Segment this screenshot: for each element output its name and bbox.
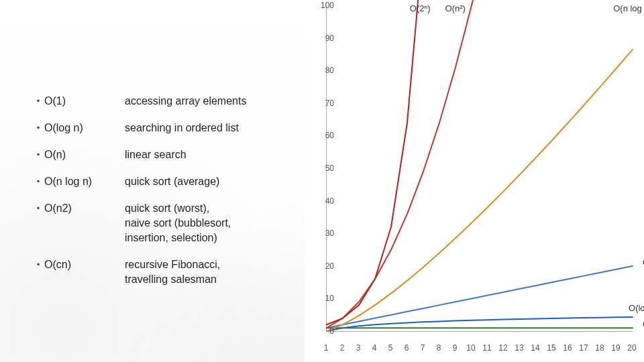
chart-svg [327,5,633,331]
list-item: • O(n2) quick sort (worst), naive sort (… [32,201,314,245]
list-item: • O(1) accessing array elements [32,94,314,109]
y-tick-label: 0 [315,326,334,336]
series-label: O(n²) [445,3,466,13]
complexity-desc: searching in ordered list [125,121,314,135]
x-tick-label: 1 [324,343,329,353]
list-item: • O(cn) recursive Fibonacci, travelling … [32,257,314,287]
complexity-desc: linear search [125,147,314,162]
series-label: O(2ⁿ) [410,3,431,13]
complexity-label: O(n2) [44,201,125,216]
chart-plot-area [326,5,633,332]
x-tick-label: 19 [611,343,620,353]
x-tick-label: 6 [405,343,409,353]
x-tick-label: 16 [563,343,572,353]
x-tick-label: 3 [356,343,361,353]
x-tick-label: 20 [627,343,636,353]
complexity-desc: quick sort (worst), naive sort (bubbleso… [125,201,314,245]
series-label: O(n log n) [613,3,644,13]
x-tick-label: 13 [515,343,523,353]
list-item: • O(n log n) quick sort (average) [32,174,314,189]
bullet-icon: • [32,121,44,135]
complexity-label: O(cn) [44,257,125,272]
series-curve [327,0,423,324]
series-label: O(log n) [629,303,644,313]
x-tick-label: 10 [466,343,475,353]
y-tick-label: 40 [315,196,334,206]
series-curve [327,266,633,328]
complexity-desc: accessing array elements [125,94,314,109]
x-tick-label: 17 [579,343,588,353]
x-tick-label: 14 [531,343,539,353]
x-tick-label: 2 [340,343,345,353]
complexity-label: O(1) [44,94,125,109]
y-tick-label: 50 [315,164,334,173]
chart: 0102030405060708090100123456789101112131… [305,0,644,362]
bullet-icon: • [32,174,44,189]
y-tick-label: 70 [315,99,334,108]
y-tick-label: 80 [315,66,334,75]
list-item: • O(n) linear search [32,147,314,162]
complexity-desc: quick sort (average) [125,174,314,189]
y-tick-label: 20 [315,261,334,271]
complexity-label: O(n) [44,147,125,162]
list-item: • O(log n) searching in ordered list [32,121,314,135]
x-tick-label: 9 [453,343,458,353]
y-tick-label: 60 [315,131,334,140]
x-tick-label: 18 [595,343,604,353]
x-tick-label: 8 [437,343,441,353]
series-curve [327,0,488,328]
complexity-desc: recursive Fibonacci, travelling salesman [125,257,314,287]
x-tick-label: 5 [388,343,393,353]
bullet-icon: • [32,201,44,216]
y-tick-label: 90 [315,34,334,43]
x-tick-label: 11 [482,343,491,353]
bullet-icon: • [32,94,44,109]
x-tick-label: 4 [372,343,377,353]
complexity-label: O(log n) [44,121,125,135]
bullet-icon: • [32,147,44,162]
series-curve [327,50,633,331]
y-tick-label: 100 [315,1,334,10]
y-tick-label: 30 [315,229,334,238]
complexity-label: O(n log n) [44,174,125,189]
x-tick-label: 7 [421,343,425,353]
y-tick-label: 10 [315,294,334,303]
bullet-icon: • [32,257,44,272]
x-tick-label: 15 [547,343,555,353]
complexity-list: • O(1) accessing array elements • O(log … [32,94,314,299]
x-tick-label: 12 [498,343,507,353]
